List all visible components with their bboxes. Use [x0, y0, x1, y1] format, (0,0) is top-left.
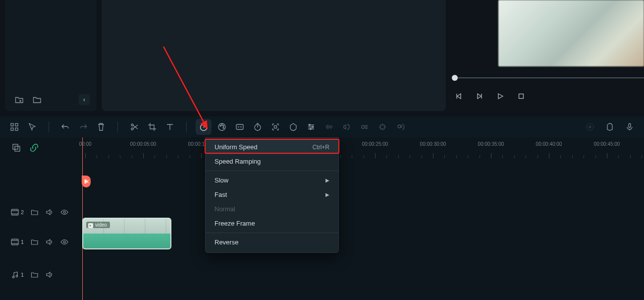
menu-item-slow[interactable]: Slow▶ — [206, 173, 338, 187]
track-folder-icon[interactable] — [31, 271, 39, 278]
menu-item-label: Fast — [215, 191, 227, 198]
svg-point-9 — [220, 125, 221, 126]
track-head: 1 — [0, 269, 79, 280]
auto-reframe-icon[interactable] — [271, 122, 280, 131]
svg-point-32 — [16, 275, 18, 277]
toolbar-separator — [117, 121, 118, 132]
track-visibility-icon[interactable] — [60, 239, 68, 245]
svg-rect-13 — [236, 124, 243, 129]
playhead-knob[interactable] — [82, 176, 91, 187]
toolbar-separator — [186, 121, 187, 132]
svg-rect-0 — [519, 94, 524, 99]
chevron-right-icon: ▶ — [325, 178, 329, 183]
svg-point-31 — [12, 276, 14, 278]
adjust-icon[interactable] — [307, 122, 316, 131]
redo-icon[interactable] — [79, 122, 88, 131]
audio-eq-icon[interactable] — [324, 122, 333, 131]
svg-rect-15 — [274, 126, 277, 128]
folder-plus-icon[interactable] — [15, 96, 24, 104]
svg-point-11 — [223, 125, 224, 126]
track-mute-icon[interactable] — [46, 271, 54, 278]
preview-video-frame[interactable] — [498, 0, 644, 66]
audio-beat-icon[interactable] — [360, 122, 369, 131]
link-icon[interactable] — [30, 143, 39, 152]
text-tool-icon[interactable] — [165, 122, 174, 131]
mic-record-icon[interactable] — [625, 122, 634, 131]
menu-item-uniform-speed[interactable]: Uniform SpeedCtrl+R — [206, 140, 338, 154]
menu-item-label: Freeze Frame — [215, 220, 255, 227]
ruler-label: 00:00:35:00 — [478, 141, 504, 147]
mask-icon[interactable] — [289, 122, 298, 131]
speed-icon[interactable] — [196, 119, 212, 135]
play-button[interactable] — [496, 92, 504, 100]
svg-point-30 — [63, 241, 65, 243]
ruler-label: 00:00 — [79, 141, 91, 147]
toolbar-separator — [49, 121, 49, 132]
track-folder-icon[interactable] — [31, 239, 39, 245]
svg-point-23 — [589, 126, 591, 128]
menu-item-speed-ramping[interactable]: Speed Ramping — [206, 154, 338, 169]
caption-icon[interactable] — [235, 122, 244, 131]
svg-point-6 — [131, 128, 133, 130]
track-head: 1 — [0, 237, 79, 247]
timer-icon[interactable] — [253, 122, 262, 131]
svg-rect-24 — [629, 123, 631, 127]
ruler-label: 00:00:25:00 — [362, 141, 388, 147]
menu-item-normal: Normal — [206, 202, 338, 216]
svg-rect-4 — [15, 128, 18, 130]
svg-point-12 — [223, 127, 224, 128]
undo-icon[interactable] — [61, 122, 70, 131]
svg-rect-1 — [11, 123, 13, 126]
color-palette-icon[interactable] — [217, 122, 226, 131]
track-type-icon — [11, 271, 19, 278]
menu-item-fast[interactable]: Fast▶ — [206, 187, 338, 202]
render-indicator-icon[interactable] — [586, 122, 594, 131]
track-visibility-icon[interactable] — [60, 209, 68, 216]
track-mute-icon[interactable] — [46, 209, 54, 216]
svg-point-19 — [362, 125, 365, 128]
ruler-label: 00:00:05:00 — [130, 141, 157, 147]
menu-item-label: Reverse — [215, 239, 238, 246]
track-index: 1 — [21, 272, 24, 278]
play-range-button[interactable] — [476, 92, 483, 100]
marker-icon[interactable] — [605, 122, 614, 131]
preview-panel — [451, 0, 639, 111]
svg-point-22 — [587, 123, 593, 130]
svg-point-10 — [221, 124, 222, 125]
ruler-label: 00:00:40:00 — [536, 141, 562, 147]
stop-button[interactable] — [517, 92, 525, 100]
menu-item-shortcut: Ctrl+R — [313, 144, 329, 151]
stabilize-icon[interactable] — [378, 122, 387, 131]
menu-item-reverse[interactable]: Reverse — [206, 235, 338, 249]
scissors-icon[interactable] — [130, 122, 139, 131]
video-clip[interactable]: video — [82, 218, 171, 249]
menu-item-freeze-frame[interactable]: Freeze Frame — [206, 216, 338, 231]
collapse-sidebar-button[interactable]: ‹ — [79, 94, 90, 105]
svg-rect-3 — [11, 128, 13, 130]
crop-icon[interactable] — [148, 122, 157, 131]
svg-point-21 — [398, 125, 401, 128]
menu-item-label: Slow — [215, 177, 228, 184]
folder-icon[interactable] — [33, 96, 42, 104]
track-mute-icon[interactable] — [46, 239, 54, 245]
prev-frame-button[interactable] — [455, 92, 463, 100]
trash-icon[interactable] — [97, 122, 106, 131]
track-head: 2 — [0, 207, 79, 218]
ruler-label: 00:00:30:00 — [420, 141, 446, 147]
track-folder-icon[interactable] — [31, 209, 39, 216]
timeline-toolbar — [0, 117, 644, 137]
group-select-icon[interactable] — [12, 143, 21, 152]
media-sidebar: ‹ — [5, 0, 97, 111]
apps-grid-icon[interactable] — [10, 122, 19, 131]
track-type-icon — [11, 209, 19, 216]
clip-label: video — [86, 222, 110, 228]
audio-detach-icon[interactable] — [342, 122, 351, 131]
svg-rect-2 — [15, 123, 18, 126]
menu-item-label: Normal — [215, 205, 235, 213]
svg-point-28 — [63, 211, 65, 213]
svg-rect-20 — [380, 125, 384, 129]
voice-icon[interactable] — [396, 122, 405, 131]
cursor-icon[interactable] — [28, 122, 37, 131]
preview-scrubber[interactable] — [451, 76, 644, 79]
speed-context-menu: Uniform SpeedCtrl+RSpeed RampingSlow▶Fas… — [205, 137, 339, 253]
